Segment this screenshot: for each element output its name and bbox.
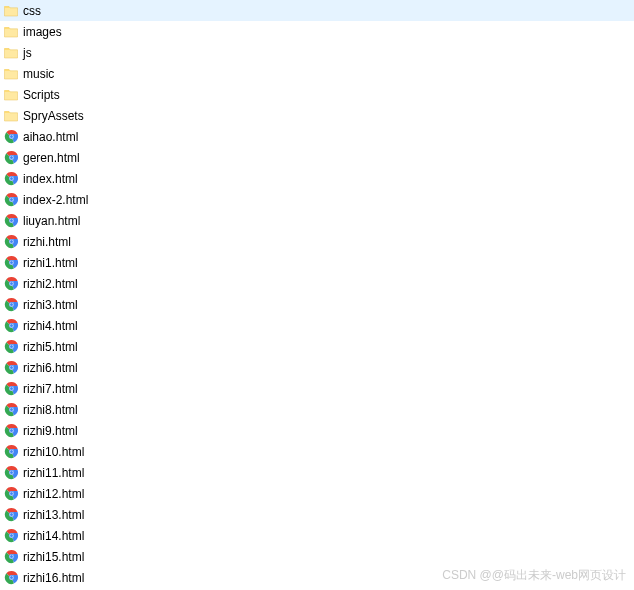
- file-item[interactable]: rizhi1.html: [0, 252, 634, 273]
- svg-point-71: [10, 492, 13, 495]
- file-item[interactable]: rizhi9.html: [0, 420, 634, 441]
- svg-point-15: [10, 198, 13, 201]
- chrome-icon: [3, 528, 19, 544]
- file-name-label: images: [23, 25, 62, 39]
- file-item[interactable]: rizhi15.html: [0, 546, 634, 567]
- file-name-label: rizhi15.html: [23, 550, 84, 564]
- file-name-label: aihao.html: [23, 130, 78, 144]
- file-name-label: rizhi7.html: [23, 382, 78, 396]
- file-name-label: rizhi16.html: [23, 571, 84, 585]
- svg-point-11: [10, 177, 13, 180]
- chrome-icon: [3, 234, 19, 250]
- file-name-label: index-2.html: [23, 193, 88, 207]
- file-list: cssimagesjsmusicScriptsSpryAssetsaihao.h…: [0, 0, 634, 588]
- file-item[interactable]: music: [0, 63, 634, 84]
- file-name-label: rizhi.html: [23, 235, 71, 249]
- svg-point-55: [10, 408, 13, 411]
- file-item[interactable]: rizhi4.html: [0, 315, 634, 336]
- file-name-label: music: [23, 67, 54, 81]
- file-item[interactable]: css: [0, 0, 634, 21]
- file-name-label: liuyan.html: [23, 214, 80, 228]
- svg-point-59: [10, 429, 13, 432]
- file-item[interactable]: js: [0, 42, 634, 63]
- chrome-icon: [3, 486, 19, 502]
- chrome-icon: [3, 297, 19, 313]
- chrome-icon: [3, 339, 19, 355]
- file-name-label: rizhi6.html: [23, 361, 78, 375]
- file-item[interactable]: geren.html: [0, 147, 634, 168]
- file-name-label: index.html: [23, 172, 78, 186]
- svg-point-67: [10, 471, 13, 474]
- file-name-label: rizhi3.html: [23, 298, 78, 312]
- chrome-icon: [3, 255, 19, 271]
- file-item[interactable]: rizhi12.html: [0, 483, 634, 504]
- file-name-label: rizhi9.html: [23, 424, 78, 438]
- svg-point-19: [10, 219, 13, 222]
- file-item[interactable]: rizhi10.html: [0, 441, 634, 462]
- file-item[interactable]: index.html: [0, 168, 634, 189]
- svg-point-75: [10, 513, 13, 516]
- svg-point-79: [10, 534, 13, 537]
- folder-icon: [3, 24, 19, 40]
- file-name-label: geren.html: [23, 151, 80, 165]
- file-name-label: rizhi14.html: [23, 529, 84, 543]
- file-item[interactable]: rizhi11.html: [0, 462, 634, 483]
- file-item[interactable]: images: [0, 21, 634, 42]
- chrome-icon: [3, 465, 19, 481]
- file-item[interactable]: Scripts: [0, 84, 634, 105]
- folder-icon: [3, 108, 19, 124]
- chrome-icon: [3, 213, 19, 229]
- svg-point-39: [10, 324, 13, 327]
- file-name-label: rizhi1.html: [23, 256, 78, 270]
- svg-point-83: [10, 555, 13, 558]
- file-name-label: SpryAssets: [23, 109, 84, 123]
- file-item[interactable]: rizhi2.html: [0, 273, 634, 294]
- folder-icon: [3, 45, 19, 61]
- file-name-label: Scripts: [23, 88, 60, 102]
- file-item[interactable]: aihao.html: [0, 126, 634, 147]
- file-name-label: rizhi10.html: [23, 445, 84, 459]
- svg-point-51: [10, 387, 13, 390]
- file-item[interactable]: rizhi7.html: [0, 378, 634, 399]
- svg-point-3: [10, 135, 13, 138]
- chrome-icon: [3, 381, 19, 397]
- svg-point-47: [10, 366, 13, 369]
- file-item[interactable]: rizhi3.html: [0, 294, 634, 315]
- file-name-label: rizhi8.html: [23, 403, 78, 417]
- file-name-label: rizhi2.html: [23, 277, 78, 291]
- folder-icon: [3, 66, 19, 82]
- file-item[interactable]: rizhi13.html: [0, 504, 634, 525]
- chrome-icon: [3, 402, 19, 418]
- file-item[interactable]: rizhi6.html: [0, 357, 634, 378]
- svg-point-7: [10, 156, 13, 159]
- chrome-icon: [3, 549, 19, 565]
- file-name-label: rizhi4.html: [23, 319, 78, 333]
- chrome-icon: [3, 171, 19, 187]
- file-item[interactable]: rizhi16.html: [0, 567, 634, 588]
- file-name-label: js: [23, 46, 32, 60]
- folder-icon: [3, 87, 19, 103]
- svg-point-43: [10, 345, 13, 348]
- chrome-icon: [3, 129, 19, 145]
- chrome-icon: [3, 192, 19, 208]
- file-name-label: rizhi13.html: [23, 508, 84, 522]
- chrome-icon: [3, 444, 19, 460]
- file-item[interactable]: rizhi14.html: [0, 525, 634, 546]
- chrome-icon: [3, 276, 19, 292]
- chrome-icon: [3, 360, 19, 376]
- file-name-label: rizhi11.html: [23, 466, 84, 480]
- file-item[interactable]: index-2.html: [0, 189, 634, 210]
- folder-icon: [3, 3, 19, 19]
- file-item[interactable]: rizhi8.html: [0, 399, 634, 420]
- svg-point-27: [10, 261, 13, 264]
- file-name-label: rizhi5.html: [23, 340, 78, 354]
- svg-point-23: [10, 240, 13, 243]
- chrome-icon: [3, 318, 19, 334]
- svg-point-63: [10, 450, 13, 453]
- file-item[interactable]: SpryAssets: [0, 105, 634, 126]
- file-name-label: rizhi12.html: [23, 487, 84, 501]
- file-item[interactable]: rizhi5.html: [0, 336, 634, 357]
- file-item[interactable]: rizhi.html: [0, 231, 634, 252]
- svg-point-31: [10, 282, 13, 285]
- file-item[interactable]: liuyan.html: [0, 210, 634, 231]
